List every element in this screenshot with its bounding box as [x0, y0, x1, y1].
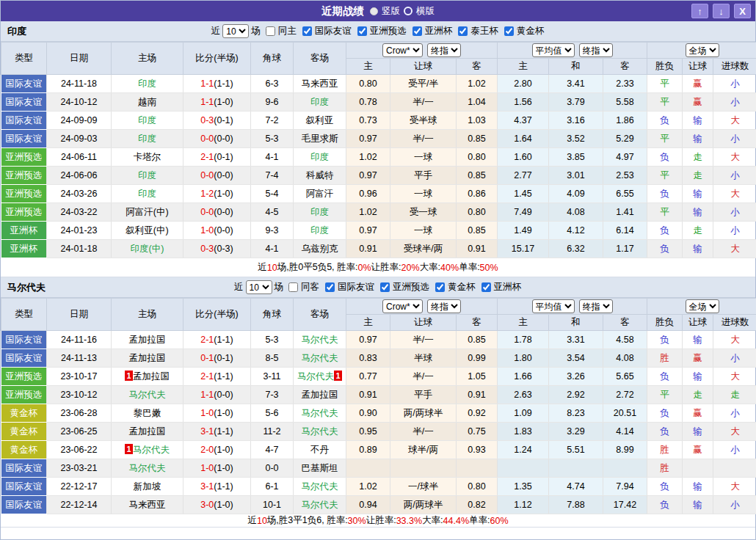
same-venue-checkbox[interactable] — [288, 282, 298, 292]
home-team: 新加坡 — [112, 478, 183, 496]
home-team-name: 马尔代夫 — [129, 463, 166, 473]
odds-select-平均值[interactable]: 平均值 — [532, 299, 575, 313]
handicap-odds-home: 0.97 — [346, 130, 390, 148]
column-header-客场: 客场 — [294, 43, 346, 75]
odds-source-group-1: 平均值终指 — [498, 299, 647, 315]
league-checkbox-label[interactable]: 国际友谊 — [315, 25, 352, 37]
league-type-badge: 国际友谊 — [1, 75, 47, 92]
close-button[interactable]: X — [734, 4, 751, 18]
league-checkbox-label[interactable]: 黄金杯 — [448, 281, 476, 293]
home-team: 黎巴嫩 — [112, 404, 183, 423]
score: 0-0(0-0) — [183, 167, 251, 185]
odds-select-全场[interactable]: 全场 — [686, 43, 719, 57]
league-type-cell: 亚洲预选 — [1, 167, 47, 185]
match-row: 国际友谊22-12-14马来西亚3-0(1-0)10-1马尔代夫0.94两/两球… — [1, 496, 756, 514]
move-down-button[interactable]: ↓ — [713, 4, 730, 18]
odds-select-终指[interactable]: 终指 — [579, 299, 613, 313]
odds-select-终指[interactable]: 终指 — [427, 43, 461, 57]
avg-odds-away: 5.58 — [603, 93, 647, 112]
move-up-button[interactable]: ↑ — [691, 4, 708, 18]
home-team: 叙利亚(中) — [112, 222, 183, 240]
avg-odds-away: 4.97 — [603, 148, 647, 167]
league-checkbox-label[interactable]: 泰王杯 — [470, 25, 498, 37]
handicap-odds-home: 0.90 — [346, 404, 390, 423]
column-header-日期: 日期 — [47, 43, 112, 75]
games-label: 场 — [275, 281, 284, 293]
league-type-cell: 国际友谊 — [1, 349, 47, 368]
league-checkbox-label[interactable]: 亚洲杯 — [425, 25, 453, 37]
league-checkbox-黄金杯[interactable] — [435, 282, 445, 292]
games-count-select[interactable]: 10 — [222, 24, 249, 38]
result-wdl: 负 — [647, 331, 683, 349]
full-time-score: 2-1 — [200, 335, 214, 345]
half-time-score: (1-0) — [214, 97, 233, 107]
score: 1-2(1-0) — [183, 185, 251, 203]
league-type-cell: 亚洲杯 — [1, 240, 47, 258]
league-checkbox-国际友谊[interactable] — [325, 282, 335, 292]
league-checkbox-国际友谊[interactable] — [302, 26, 312, 36]
avg-odds-away: 1.17 — [603, 240, 647, 258]
horizontal-layout-radio[interactable] — [404, 7, 412, 15]
vertical-layout-radio[interactable] — [370, 7, 378, 15]
league-checkbox-黄金杯[interactable] — [504, 26, 514, 36]
match-date: 23-06-22 — [47, 441, 112, 459]
league-type-cell: 亚洲预选 — [1, 203, 47, 222]
league-type-cell: 黄金杯 — [1, 404, 47, 423]
corner-score: 7-2 — [251, 112, 294, 130]
odds-select-Crow*[interactable]: Crow* — [382, 299, 423, 313]
league-checkbox-亚洲预选[interactable] — [357, 26, 367, 36]
same-venue-label[interactable]: 同客 — [301, 281, 319, 293]
result-goals: 大 — [713, 331, 756, 349]
score: 1-0(1-0) — [183, 459, 251, 478]
half-time-score: (1-1) — [214, 481, 233, 492]
handicap-odds-home: 0.94 — [346, 496, 390, 514]
half-time-score: (0-1) — [214, 115, 233, 125]
handicap-odds-away — [457, 459, 498, 478]
avg-odds-home: 1.24 — [498, 441, 549, 459]
handicap-line: 一球 — [390, 222, 457, 240]
column-header-主场: 主场 — [112, 299, 183, 331]
odds-select-平均值[interactable]: 平均值 — [532, 43, 575, 57]
avg-odds-draw: 3.26 — [549, 368, 603, 386]
result-wdl: 负 — [647, 368, 683, 386]
league-type-badge: 亚洲预选 — [1, 148, 47, 166]
league-checkbox-label[interactable]: 亚洲杯 — [494, 281, 522, 293]
result-handicap: 输 — [683, 130, 713, 148]
result-wdl: 负 — [647, 185, 683, 203]
full-time-score: 3-1 — [200, 481, 214, 492]
league-type-cell: 亚洲预选 — [1, 185, 47, 203]
league-checkbox-亚洲预选[interactable] — [380, 282, 390, 292]
summary-line-india: 近10场,胜0平5负5, 胜率:0% 让胜率:20% 大率:40% 单率:50% — [1, 258, 755, 277]
result-goals: 大 — [713, 368, 756, 386]
odds-select-终指[interactable]: 终指 — [579, 43, 613, 57]
vertical-layout-label[interactable]: 竖版 — [382, 5, 400, 18]
result-goals: 小 — [713, 167, 756, 185]
home-team-name: 孟加拉国 — [129, 353, 166, 363]
handicap-odds-home: 0.91 — [346, 240, 390, 258]
sub-column-header: 和 — [549, 315, 603, 331]
handicap-line: 平手 — [390, 167, 457, 185]
handicap-line: 受球半/两 — [390, 240, 457, 258]
corner-score: 5-6 — [251, 404, 294, 423]
match-row: 国际友谊22-12-17新加坡3-1(1-1)6-1马尔代夫1.02一/球半0.… — [1, 478, 756, 496]
odds-select-Crow*[interactable]: Crow* — [382, 43, 423, 57]
avg-odds-away: 5.29 — [603, 130, 647, 148]
odds-select-终指[interactable]: 终指 — [427, 299, 461, 313]
league-checkbox-亚洲杯[interactable] — [481, 282, 491, 292]
league-checkbox-亚洲杯[interactable] — [412, 26, 422, 36]
sub-column-header: 进球数 — [713, 315, 756, 331]
away-team: 马尔代夫1 — [294, 368, 346, 386]
league-type-cell: 国际友谊 — [1, 478, 47, 496]
away-team: 乌兹别克 — [294, 240, 346, 258]
league-checkbox-label[interactable]: 黄金杯 — [517, 25, 545, 37]
same-venue-checkbox[interactable] — [266, 26, 275, 36]
league-checkbox-泰王杯[interactable] — [458, 26, 468, 36]
same-venue-label[interactable]: 同主 — [278, 25, 297, 37]
odds-select-全场[interactable]: 全场 — [686, 299, 719, 313]
away-team-name: 马尔代夫 — [297, 371, 334, 382]
league-checkbox-label[interactable]: 国际友谊 — [338, 281, 374, 293]
league-checkbox-label[interactable]: 亚洲预选 — [370, 25, 407, 37]
games-count-select[interactable]: 10 — [246, 280, 272, 294]
horizontal-layout-label[interactable]: 横版 — [416, 5, 435, 18]
league-checkbox-label[interactable]: 亚洲预选 — [393, 281, 429, 293]
